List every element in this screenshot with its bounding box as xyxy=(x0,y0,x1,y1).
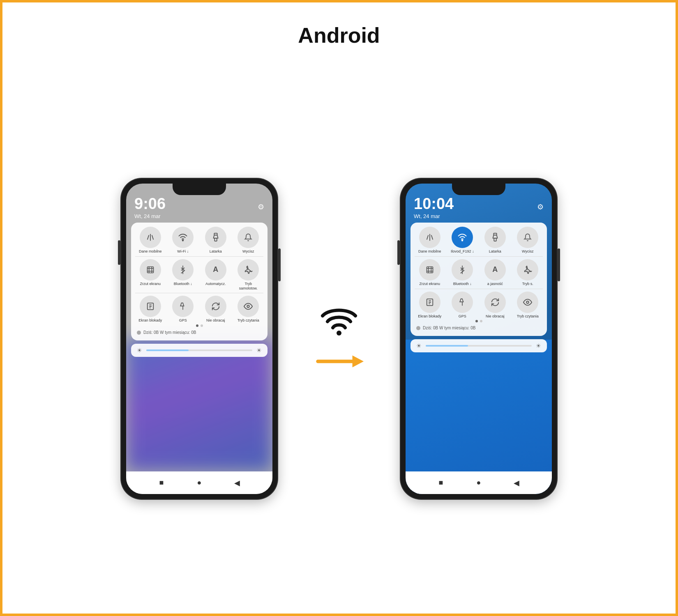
right-divider2 xyxy=(415,289,543,289)
right-btn-latarka[interactable] xyxy=(484,227,506,248)
left-label-eye: Tryb czytania xyxy=(238,318,259,323)
middle-section xyxy=(294,304,384,373)
right-label-wifi: Ilovod_F192 ↓ xyxy=(451,249,474,254)
left-tile-rotate[interactable]: Nie obracaj xyxy=(201,296,231,323)
right-btn-airplane[interactable] xyxy=(517,259,538,280)
right-btn-eye[interactable] xyxy=(517,292,538,313)
right-quick-grid-row2: Zrzut ekranu Bluetooth ↓ xyxy=(415,259,543,286)
right-btn-rotate[interactable] xyxy=(484,292,506,313)
left-btn-dane-mobilne[interactable] xyxy=(140,227,161,248)
left-tile-gps[interactable]: GPS xyxy=(168,296,198,323)
left-tile-dane-mobilne[interactable]: Dane mobilne xyxy=(135,227,166,254)
left-bottom-nav: ■ ● ◀ xyxy=(126,471,272,494)
left-btn-wycisz[interactable] xyxy=(238,227,259,248)
left-nav-circle[interactable]: ● xyxy=(195,478,204,487)
right-time: 10:04 xyxy=(414,196,454,211)
right-label-rotate: Nie obracaj xyxy=(486,314,505,319)
right-nav-circle[interactable]: ● xyxy=(474,478,483,487)
left-btn-rotate[interactable] xyxy=(205,296,226,317)
right-btn-gps[interactable] xyxy=(452,292,473,313)
left-brightness-row[interactable]: ☀ ☀ xyxy=(131,344,268,357)
left-btn-ekran[interactable] xyxy=(140,296,161,317)
left-tile-airplane[interactable]: Tryb samolotow. xyxy=(233,259,264,291)
left-nav-back[interactable]: ◀ xyxy=(233,478,242,487)
right-btn-ekran[interactable] xyxy=(419,292,440,313)
left-brightness-high-icon: ☀ xyxy=(256,347,262,354)
right-gear-icon[interactable]: ⚙ xyxy=(537,202,544,211)
right-btn-wycisz[interactable] xyxy=(517,227,538,248)
left-tile-latarka[interactable]: Latarka xyxy=(201,227,231,254)
right-label-zrzut: Zrzut ekranu xyxy=(419,282,440,286)
right-dot2 xyxy=(480,320,482,322)
left-btn-zrzut[interactable] xyxy=(140,259,161,280)
left-blurred-area xyxy=(126,340,272,471)
left-tile-ekran[interactable]: Ekran blokady xyxy=(135,296,166,323)
left-btn-eye[interactable] xyxy=(238,296,259,317)
right-quick-grid-row1: Dane mobilne xyxy=(415,227,543,254)
left-tile-zrzut[interactable]: Zrzut ekranu xyxy=(135,259,166,291)
right-tile-airplane[interactable]: Tryb s. xyxy=(513,259,543,286)
right-nav-square[interactable]: ■ xyxy=(436,478,445,487)
right-tile-ekran[interactable]: Ekran blokady xyxy=(415,292,445,319)
left-label-wifi: Wi-Fi ↓ xyxy=(177,249,189,254)
right-data-usage: Dziś: 0B W tym miesiącu: 0B xyxy=(423,326,475,330)
svg-marker-10 xyxy=(353,355,364,367)
right-label-latarka: Latarka xyxy=(489,249,501,254)
right-status-right: ⚙ xyxy=(537,202,544,211)
right-btn-bluetooth[interactable] xyxy=(452,259,473,280)
right-tile-rotate[interactable]: Nie obracaj xyxy=(480,292,510,319)
right-bottom-nav: ■ ● ◀ xyxy=(406,471,552,494)
right-brightness-low-icon: ☀ xyxy=(416,342,422,349)
right-btn-wifi[interactable] xyxy=(452,227,473,248)
left-btn-latarka[interactable] xyxy=(205,227,226,248)
left-divider2 xyxy=(135,293,263,293)
left-label-auto: Automatycz. xyxy=(205,282,226,286)
left-btn-wifi[interactable] xyxy=(172,227,194,248)
right-dot1 xyxy=(475,320,478,322)
left-tile-auto[interactable]: A Automatycz. xyxy=(201,259,231,291)
left-screen-bg: 9:06 ⚙ Wt, 24 mar xyxy=(126,184,272,494)
right-tile-wycisz[interactable]: Wycisz xyxy=(513,227,543,254)
right-brightness-row[interactable]: ☀ ☀ xyxy=(410,339,547,352)
right-tile-zrzut[interactable]: Zrzut ekranu xyxy=(415,259,445,286)
left-label-latarka: Latarka xyxy=(210,249,222,254)
right-tile-latarka[interactable]: Latarka xyxy=(480,227,510,254)
right-label-dane-mobilne: Dane mobilne xyxy=(418,249,441,254)
left-brightness-track[interactable] xyxy=(146,349,252,351)
svg-rect-14 xyxy=(427,267,433,273)
right-label-ekran: Ekran blokady xyxy=(418,314,441,319)
right-screen-bg: 10:04 ⚙ Wt, 24 mar xyxy=(406,184,552,494)
right-tile-bluetooth[interactable]: Bluetooth ↓ xyxy=(447,259,478,286)
left-nav-square[interactable]: ■ xyxy=(157,478,166,487)
svg-rect-3 xyxy=(147,267,153,273)
right-brightness-track[interactable] xyxy=(426,345,532,347)
svg-point-8 xyxy=(337,331,341,336)
right-tile-gps[interactable]: GPS xyxy=(447,292,478,319)
right-date: Wt, 24 mar xyxy=(406,213,552,219)
left-gear-icon[interactable]: ⚙ xyxy=(258,202,264,211)
right-tile-auto[interactable]: A a jasność xyxy=(480,259,510,286)
right-btn-dane-mobilne[interactable] xyxy=(419,227,440,248)
phones-container: 9:06 ⚙ Wt, 24 mar xyxy=(2,64,676,614)
left-btn-bluetooth[interactable] xyxy=(172,259,194,280)
right-tile-dane-mobilne[interactable]: Dane mobilne xyxy=(415,227,445,254)
right-label-wycisz: Wycisz xyxy=(522,249,533,254)
left-phone-screen: 9:06 ⚙ Wt, 24 mar xyxy=(126,184,272,494)
right-nav-back[interactable]: ◀ xyxy=(512,478,521,487)
left-btn-airplane[interactable] xyxy=(238,259,259,280)
left-label-gps: GPS xyxy=(179,318,187,323)
left-tile-bluetooth[interactable]: Bluetooth ↓ xyxy=(168,259,198,291)
right-dots xyxy=(415,320,543,322)
left-btn-gps[interactable] xyxy=(172,296,194,317)
left-btn-auto[interactable]: A xyxy=(205,259,226,280)
left-label-wycisz: Wycisz xyxy=(242,249,254,254)
left-tile-wycisz[interactable]: Wycisz xyxy=(233,227,264,254)
right-btn-zrzut[interactable] xyxy=(419,259,440,280)
right-tile-wifi[interactable]: Ilovod_F192 ↓ xyxy=(447,227,478,254)
left-tile-wifi[interactable]: Wi-Fi ↓ xyxy=(168,227,198,254)
right-btn-auto[interactable]: A xyxy=(484,259,506,280)
right-tile-eye[interactable]: Tryb czytania xyxy=(513,292,543,319)
svg-rect-13 xyxy=(494,238,496,241)
right-label-auto: a jasność xyxy=(487,282,503,286)
left-tile-eye[interactable]: Tryb czytania xyxy=(233,296,264,323)
